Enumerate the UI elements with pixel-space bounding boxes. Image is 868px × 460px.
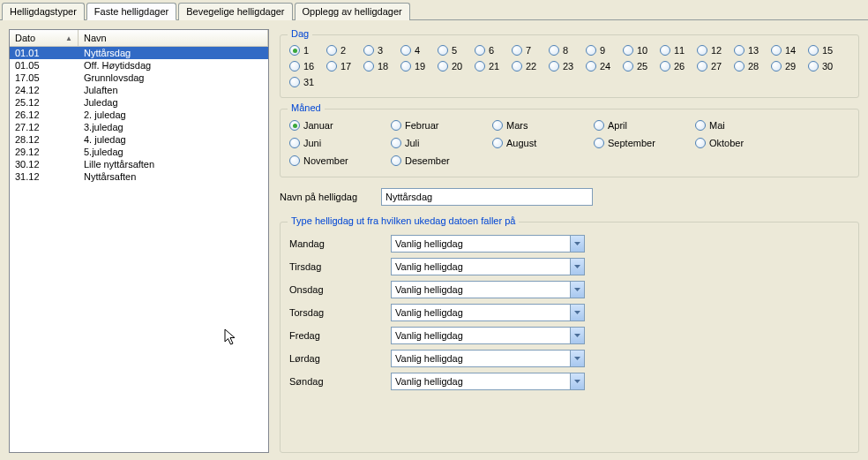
cell-navn: Grunnlovsdag	[79, 72, 268, 84]
type-combo-1[interactable]: Vanlig helligdag	[391, 258, 585, 275]
tab-2[interactable]: Bevegelige helligdager	[178, 3, 292, 20]
dag-radio-9[interactable]: 9	[586, 45, 623, 56]
dag-radio-23[interactable]: 23	[549, 61, 586, 72]
col-header-navn[interactable]: Navn	[79, 30, 268, 46]
type-combo-4[interactable]: Vanlig helligdag	[391, 327, 585, 344]
dag-radio-17[interactable]: 17	[326, 61, 363, 72]
maned-radio-august[interactable]: August	[492, 138, 594, 148]
radio-icon	[363, 61, 374, 72]
dag-radio-grid: 1234567891011121314151617181920212223242…	[289, 42, 849, 90]
dag-radio-11[interactable]: 11	[660, 45, 697, 56]
col-header-dato[interactable]: Dato ▲	[10, 30, 79, 46]
type-combo-6[interactable]: Vanlig helligdag	[391, 373, 585, 390]
combo-value: Vanlig helligdag	[395, 238, 463, 249]
type-combo-0[interactable]: Vanlig helligdag	[391, 235, 585, 253]
dag-radio-16[interactable]: 16	[289, 61, 326, 72]
content: Dato ▲ Navn 01.01Nyttårsdag01.05Off. Høy…	[0, 20, 868, 460]
cell-navn: 5.juledag	[79, 146, 268, 158]
navn-label: Navn på helligdag	[280, 192, 381, 202]
dag-radio-8[interactable]: 8	[549, 45, 586, 56]
cell-dato: 27.12	[10, 121, 79, 133]
radio-icon	[400, 45, 411, 56]
table-row[interactable]: 17.05Grunnlovsdag	[10, 72, 268, 84]
cell-navn: Off. Høytidsdag	[79, 59, 268, 72]
maned-radio-mai[interactable]: Mai	[695, 120, 797, 131]
table-row[interactable]: 01.05Off. Høytidsdag	[10, 59, 268, 72]
type-row-2: OnsdagVanlig helligdag	[289, 281, 849, 298]
tab-strip: HelligdagstyperFaste helligdagerBevegeli…	[0, 0, 868, 20]
cell-navn: Nyttårsaften	[79, 170, 268, 183]
maned-radio-juni[interactable]: Juni	[289, 138, 391, 148]
combo-value: Vanlig helligdag	[395, 330, 463, 341]
dag-radio-6[interactable]: 6	[475, 45, 512, 56]
type-row-6: SøndagVanlig helligdag	[289, 373, 849, 390]
col-header-navn-label: Navn	[84, 33, 107, 43]
radio-label: 13	[748, 45, 759, 56]
dag-radio-13[interactable]: 13	[734, 45, 771, 56]
radio-icon	[363, 45, 374, 56]
dag-radio-4[interactable]: 4	[400, 45, 438, 56]
dag-radio-31[interactable]: 31	[289, 77, 326, 87]
navn-input[interactable]	[381, 188, 593, 206]
dag-radio-29[interactable]: 29	[771, 61, 808, 72]
dag-radio-2[interactable]: 2	[326, 45, 363, 56]
type-combo-5[interactable]: Vanlig helligdag	[391, 350, 585, 367]
dag-radio-21[interactable]: 21	[475, 61, 512, 72]
col-header-dato-label: Dato	[15, 33, 35, 43]
dag-radio-10[interactable]: 10	[623, 45, 660, 56]
tab-3[interactable]: Opplegg av helligdager	[295, 3, 410, 20]
dag-radio-28[interactable]: 28	[734, 61, 771, 72]
type-combo-2[interactable]: Vanlig helligdag	[391, 281, 585, 298]
listview-body[interactable]: 01.01Nyttårsdag01.05Off. Høytidsdag17.05…	[10, 47, 268, 452]
radio-label: 23	[563, 61, 573, 72]
maned-radio-november[interactable]: November	[289, 155, 391, 166]
dag-radio-3[interactable]: 3	[363, 45, 400, 56]
maned-radio-desember[interactable]: Desember	[391, 155, 492, 166]
dag-radio-27[interactable]: 27	[697, 61, 734, 72]
maned-radio-juli[interactable]: Juli	[391, 138, 492, 148]
dag-radio-22[interactable]: 22	[512, 61, 549, 72]
cell-navn: 4. juledag	[79, 133, 268, 146]
maned-radio-september[interactable]: September	[594, 138, 695, 148]
dag-radio-19[interactable]: 19	[400, 61, 438, 72]
radio-icon	[623, 45, 633, 56]
radio-icon	[771, 45, 782, 56]
maned-radio-april[interactable]: April	[594, 120, 695, 131]
table-row[interactable]: 31.12Nyttårsaften	[10, 170, 268, 183]
maned-radio-februar[interactable]: Februar	[391, 120, 492, 131]
dag-radio-25[interactable]: 25	[623, 61, 660, 72]
maned-radio-mars[interactable]: Mars	[492, 120, 594, 131]
table-row[interactable]: 24.12Julaften	[10, 84, 268, 96]
type-combo-3[interactable]: Vanlig helligdag	[391, 304, 585, 321]
table-row[interactable]: 25.12Juledag	[10, 96, 268, 109]
table-row[interactable]: 26.122. juledag	[10, 109, 268, 121]
radio-icon	[660, 45, 670, 56]
dag-radio-30[interactable]: 30	[808, 61, 845, 72]
type-row-3: TorsdagVanlig helligdag	[289, 304, 849, 321]
dag-radio-18[interactable]: 18	[363, 61, 400, 72]
table-row[interactable]: 27.123.juledag	[10, 121, 268, 133]
table-row[interactable]: 30.12Lille nyttårsaften	[10, 158, 268, 170]
radio-icon	[697, 45, 707, 56]
tab-1[interactable]: Faste helligdager	[86, 3, 176, 20]
table-row[interactable]: 29.125.juledag	[10, 146, 268, 158]
dag-radio-7[interactable]: 7	[512, 45, 549, 56]
tab-0[interactable]: Helligdagstyper	[2, 3, 85, 20]
dag-radio-15[interactable]: 15	[808, 45, 845, 56]
dag-radio-24[interactable]: 24	[586, 61, 623, 72]
dag-radio-14[interactable]: 14	[771, 45, 808, 56]
dag-radio-20[interactable]: 20	[438, 61, 475, 72]
dag-radio-26[interactable]: 26	[660, 61, 697, 72]
dag-radio-5[interactable]: 5	[438, 45, 475, 56]
radio-icon	[734, 61, 745, 72]
chevron-down-icon	[570, 373, 584, 389]
maned-radio-oktober[interactable]: Oktober	[695, 138, 797, 148]
dag-radio-12[interactable]: 12	[697, 45, 734, 56]
maned-fieldset: Måned JanuarFebruarMarsAprilMaiJuniJuliA…	[280, 109, 859, 177]
maned-radio-januar[interactable]: Januar	[289, 120, 391, 131]
table-row[interactable]: 01.01Nyttårsdag	[10, 47, 268, 59]
combo-value: Vanlig helligdag	[395, 307, 463, 318]
table-row[interactable]: 28.124. juledag	[10, 133, 268, 146]
radio-label: 12	[711, 45, 722, 56]
dag-radio-1[interactable]: 1	[289, 45, 326, 56]
